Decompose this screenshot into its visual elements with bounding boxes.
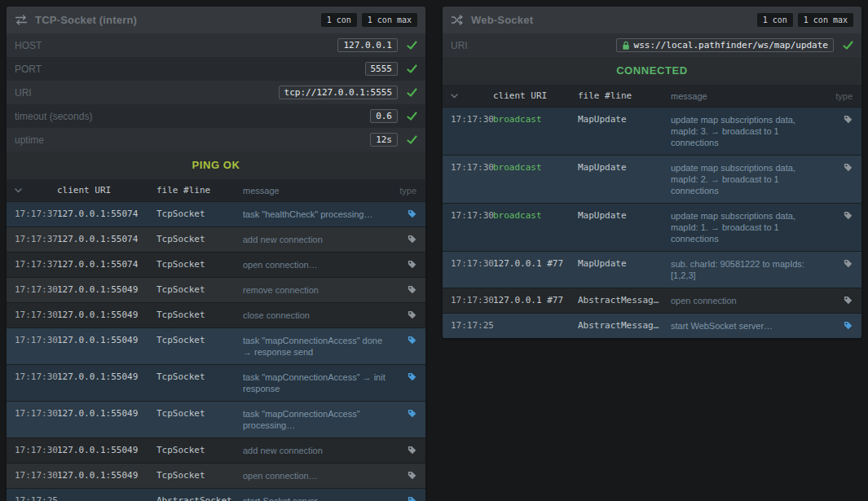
log-message: open connection	[671, 295, 829, 306]
log-row: 17:17:30 broadcast MapUpdate update map …	[443, 107, 861, 155]
log-row: 17:17:30 127.0.0.1 #77 AbstractMessag… o…	[443, 288, 861, 313]
log-message: start WebSocket server…	[671, 320, 829, 332]
field-value-text: 0.6	[376, 111, 392, 121]
tag-icon	[408, 372, 416, 381]
log-type-cell	[393, 209, 425, 218]
log-row: 17:17:30 127.0.0.1:55049 TcpSocket remov…	[7, 277, 425, 302]
tag-icon	[408, 235, 416, 244]
field-list: HOST 127.0.0.1 PORT 5555	[7, 33, 425, 152]
transfer-arrows-icon	[15, 15, 28, 25]
log-message: open connection…	[243, 259, 393, 270]
field-list: URI wss://local.pathfinder/ws/map/update	[443, 33, 861, 57]
tag-icon	[844, 211, 853, 220]
log-message: task "mapConnectionAccess" processing…	[243, 408, 393, 431]
log-file: TcpSocket	[156, 371, 243, 382]
log-row: 17:17:37 127.0.0.1:55074 TcpSocket open …	[7, 252, 425, 277]
log-client-uri: 127.0.0.1:55049	[57, 371, 156, 382]
chevron-down-icon[interactable]	[451, 94, 458, 99]
log-time: 17:17:25	[443, 320, 493, 331]
log-row: 17:17:25 AbstractSocket start Socket ser…	[7, 488, 425, 501]
tcp-socket-panel: TCP-Socket (intern) 1 con 1 con max HOST…	[7, 7, 425, 501]
log-message: task "mapConnectionAccess" → init respon…	[243, 371, 393, 394]
tag-icon	[844, 296, 853, 305]
check-icon	[398, 112, 417, 121]
log-client-uri: 127.0.0.1:55074	[57, 259, 156, 270]
log-time: 17:17:37	[7, 234, 57, 244]
log-client-uri: 127.0.0.1:55074	[57, 209, 156, 219]
log-time: 17:17:30	[7, 335, 57, 345]
field-value: 127.0.0.1	[337, 38, 398, 52]
log-row: 17:17:30 127.0.0.1:55049 TcpSocket open …	[7, 463, 425, 488]
log-message: open connection…	[243, 470, 393, 481]
log-type-cell	[393, 445, 425, 455]
log-row: 17:17:30 127.0.0.1:55049 TcpSocket add n…	[7, 437, 425, 463]
tag-icon	[408, 496, 416, 501]
log-table-body: 17:17:37 127.0.0.1:55074 TcpSocket task …	[7, 201, 425, 501]
log-row: 17:17:30 127.0.0.1 #77 MapUpdate sub. ch…	[443, 251, 861, 288]
connection-count-badge: 1 con	[321, 13, 357, 27]
log-file: TcpSocket	[156, 234, 243, 244]
badge-group: 1 con 1 con max	[321, 13, 417, 27]
log-file: TcpSocket	[156, 335, 243, 345]
log-type-cell	[829, 258, 861, 268]
log-client-uri: 127.0.0.1:55049	[57, 445, 156, 455]
log-time: 17:17:30	[443, 114, 493, 125]
collapse-header-cell	[7, 185, 57, 196]
log-client-uri: 127.0.0.1:55049	[57, 310, 156, 320]
log-time: 17:17:30	[7, 408, 57, 419]
field-value-text: 127.0.0.1	[343, 40, 392, 51]
log-table-body: 17:17:30 broadcast MapUpdate update map …	[443, 107, 861, 338]
log-message: remove connection	[243, 284, 393, 296]
log-time: 17:17:30	[7, 310, 57, 320]
log-file: AbstractMessag…	[578, 295, 671, 305]
field-row: URI tcp://127.0.0.1:5555	[7, 81, 425, 104]
log-type-cell	[829, 114, 861, 124]
log-message: close connection	[243, 310, 393, 321]
check-icon	[398, 64, 417, 73]
field-row: PORT 5555	[7, 57, 425, 81]
log-file: TcpSocket	[156, 470, 243, 481]
type-header: type	[829, 91, 861, 101]
field-label: HOST	[15, 40, 337, 51]
chevron-down-icon[interactable]	[15, 188, 22, 193]
log-message: add new connection	[243, 234, 393, 245]
log-client-uri: 127.0.0.1 #77	[493, 295, 578, 305]
log-type-cell	[393, 495, 425, 501]
log-type-cell	[829, 210, 861, 220]
tag-icon	[408, 336, 416, 345]
log-type-cell	[829, 295, 861, 305]
connection-count-badge: 1 con	[757, 13, 793, 27]
check-icon	[398, 88, 417, 97]
log-file: TcpSocket	[156, 259, 243, 270]
field-row: HOST 127.0.0.1	[7, 33, 425, 57]
log-row: 17:17:30 127.0.0.1:55049 TcpSocket task …	[7, 364, 425, 401]
field-value: wss://local.pathfinder/ws/map/update	[616, 38, 834, 52]
tcp-panel-header: TCP-Socket (intern) 1 con 1 con max	[7, 7, 425, 33]
log-row: 17:17:30 127.0.0.1:55049 TcpSocket task …	[7, 327, 425, 364]
log-client-uri: 127.0.0.1:55074	[57, 234, 156, 244]
log-time: 17:17:30	[443, 162, 493, 173]
log-client-uri: broadcast	[493, 114, 578, 125]
field-row: timeout (seconds) 0.6	[7, 104, 425, 128]
log-row: 17:17:25 AbstractMessag… start WebSocket…	[443, 313, 861, 338]
tag-icon	[408, 310, 416, 319]
field-value-text: 5555	[371, 64, 393, 74]
log-message: add new connection	[243, 445, 393, 456]
panel-title: Web-Socket	[471, 14, 533, 26]
log-file: AbstractMessag…	[578, 320, 671, 331]
status-banner: PING OK	[7, 152, 425, 179]
log-message: update map subscriptions data, mapId: 3.…	[671, 114, 829, 148]
tag-icon	[408, 409, 416, 418]
log-file: TcpSocket	[156, 445, 243, 455]
log-table-header: client URI file #line message type	[7, 179, 425, 201]
log-client-uri: 127.0.0.1:55049	[57, 284, 156, 295]
log-file: MapUpdate	[578, 162, 671, 173]
tag-icon	[408, 260, 416, 269]
log-message: sub. charId: 90581222 to mapIds: [1,2,3]	[671, 258, 829, 281]
log-file: MapUpdate	[578, 210, 671, 221]
log-type-cell	[393, 371, 425, 381]
file-line-header: file #line	[156, 185, 243, 196]
socket-admin-page: TCP-Socket (intern) 1 con 1 con max HOST…	[0, 0, 868, 501]
web-socket-panel: Web-Socket 1 con 1 con max URI wss://loc…	[443, 7, 861, 338]
tag-icon	[408, 446, 416, 455]
